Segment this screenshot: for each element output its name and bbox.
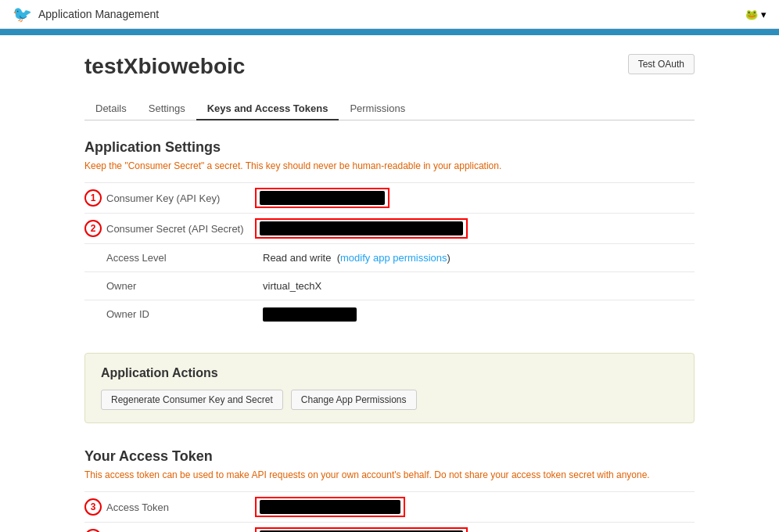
access-level-text: Read and write: [263, 252, 331, 264]
owner-label: Owner: [106, 280, 263, 292]
avatar-button[interactable]: 🐸 ▾: [745, 9, 766, 20]
modify-permissions-link[interactable]: modify app permissions: [340, 252, 447, 264]
tabs: Details Settings Keys and Access Tokens …: [84, 98, 695, 120]
circle-num-4: 4: [84, 529, 102, 532]
app-actions-title: Application Actions: [101, 366, 678, 380]
app-actions-buttons: Regenerate Consumer Key and Secret Chang…: [101, 390, 678, 410]
avatar-icon: 🐸: [745, 9, 758, 20]
tab-permissions[interactable]: Permissions: [339, 98, 416, 120]
access-token-redacted-box: [255, 497, 405, 517]
avatar-dropdown-arrow: ▾: [761, 9, 766, 20]
consumer-secret-row: 2 Consumer Secret (API Secret): [84, 213, 695, 243]
tab-details[interactable]: Details: [84, 98, 138, 120]
access-level-row: Access Level Read and write (modify app …: [84, 243, 695, 271]
consumer-secret-redacted-box: [255, 218, 468, 239]
change-app-permissions-button[interactable]: Change App Permissions: [291, 390, 417, 410]
regen-consumer-key-button[interactable]: Regenerate Consumer Key and Secret: [101, 390, 283, 410]
consumer-key-value: [255, 188, 695, 208]
app-settings-subtitle: Keep the "Consumer Secret" a secret. Thi…: [84, 160, 695, 171]
owner-id-redacted: [263, 307, 357, 322]
circle-num-1: 1: [84, 189, 102, 207]
access-token-value: [255, 497, 695, 517]
owner-id-label: Owner ID: [106, 308, 263, 320]
access-token-secret-row: 4 Access Token Secret: [84, 522, 695, 532]
owner-id-value: [263, 307, 695, 322]
tab-keys[interactable]: Keys and Access Tokens: [196, 98, 339, 120]
access-level-value: Read and write (modify app permissions): [263, 252, 695, 264]
owner-value: virtual_techX: [263, 280, 695, 292]
app-settings-title: Application Settings: [84, 139, 695, 156]
nav-right: 🐸 ▾: [745, 9, 766, 20]
access-token-secret-value: [255, 527, 695, 532]
main-content: testXbioweboic Test OAuth Details Settin…: [69, 35, 710, 532]
access-token-secret-redacted-box: [255, 527, 468, 532]
blue-bar: [0, 29, 779, 35]
circle-num-3: 3: [84, 498, 102, 516]
nav-left: 🐦 Application Management: [13, 5, 159, 23]
nav-title: Application Management: [38, 8, 159, 20]
title-row: testXbioweboic Test OAuth: [84, 54, 695, 88]
access-token-title: Your Access Token: [84, 448, 695, 465]
consumer-secret-label: Consumer Secret (API Secret): [106, 223, 255, 235]
consumer-secret-value: [255, 218, 695, 239]
consumer-key-redacted: [260, 191, 385, 205]
consumer-key-row: 1 Consumer Key (API Key): [84, 182, 695, 213]
tab-settings[interactable]: Settings: [138, 98, 196, 120]
access-level-label: Access Level: [106, 252, 263, 264]
consumer-key-label: Consumer Key (API Key): [106, 192, 255, 204]
top-nav: 🐦 Application Management 🐸 ▾: [0, 0, 779, 29]
owner-row: Owner virtual_techX: [84, 271, 695, 300]
circle-num-2: 2: [84, 220, 102, 237]
app-actions-box: Application Actions Regenerate Consumer …: [84, 353, 695, 423]
consumer-key-redacted-box: [255, 188, 390, 208]
app-settings-section: Application Settings Keep the "Consumer …: [84, 139, 695, 328]
twitter-icon: 🐦: [13, 5, 32, 23]
app-title: testXbioweboic: [84, 54, 245, 79]
access-token-row: 3 Access Token: [84, 491, 695, 522]
access-token-subtitle: This access token can be used to make AP…: [84, 469, 695, 480]
access-token-section: Your Access Token This access token can …: [84, 448, 695, 532]
access-token-label: Access Token: [106, 501, 255, 513]
owner-id-row: Owner ID: [84, 300, 695, 328]
consumer-secret-redacted: [260, 221, 463, 235]
access-token-redacted: [260, 500, 400, 514]
test-oauth-button[interactable]: Test OAuth: [628, 54, 695, 74]
